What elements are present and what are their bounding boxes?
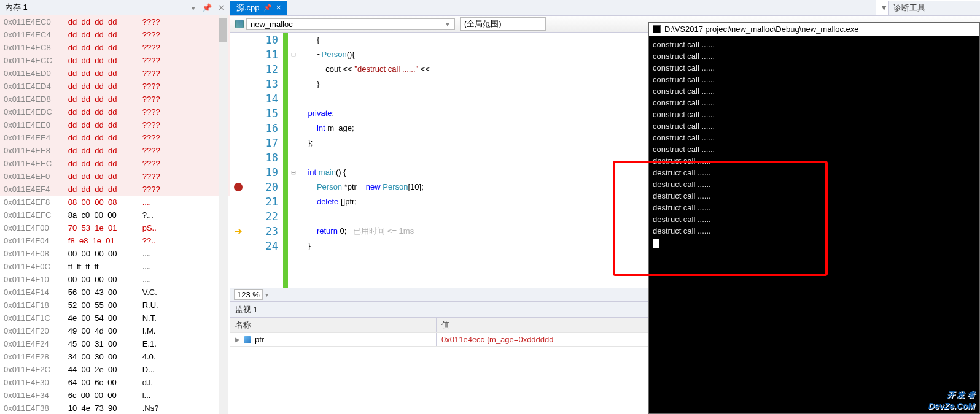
line-number: 14 [246,91,283,106]
console-line: construct call ...... [653,74,976,85]
console-line: construct call ...... [653,50,976,62]
memory-row[interactable]: 0x011E4F04 f8 e8 1e 01 ??.. [0,234,230,247]
tab-area [287,0,877,15]
tabs-dropdown-icon[interactable]: ▼ [880,3,888,12]
line-number: 17 [246,136,283,150]
pin-icon[interactable]: 📌 [263,4,272,12]
memory-body[interactable]: 0x011E4EC0 dd dd dd dd ????0x011E4EC4 dd… [0,15,230,414]
memory-row[interactable]: 0x011E4F24 45 00 31 00 E.1. [0,337,230,350]
console-line: construct call ...... [653,85,976,97]
memory-row[interactable]: 0x011E4EFC 8a c0 00 00 ?... [0,209,230,221]
memory-row[interactable]: 0x011E4F28 34 00 30 00 4.0. [0,350,230,363]
memory-row[interactable]: 0x011E4EC8 dd dd dd dd ???? [0,41,230,54]
zoom-combo[interactable]: 123 % [234,289,263,300]
pin-icon[interactable]: 📌 [202,3,212,12]
scope-class-combo[interactable]: new_malloc ▼ [246,18,455,30]
annotation-box [613,161,828,276]
scrollbar[interactable] [219,15,228,414]
memory-row[interactable]: 0x011E4EF4 dd dd dd dd ???? [0,183,230,196]
memory-row[interactable]: 0x011E4F0C ff ff ff ff .... [0,260,230,273]
watch-var-name: ptr [255,335,264,344]
expand-icon[interactable]: ▶ [235,336,240,343]
console-line: construct call ...... [653,132,976,144]
fold-toggle [288,121,299,136]
line-number: 18 [246,150,283,165]
close-icon[interactable]: ✕ [276,4,281,12]
line-number: 24 [246,239,283,253]
tab-source[interactable]: 源.cpp 📌 ✕ [230,1,287,15]
fold-toggle[interactable]: ⊟ [288,165,299,180]
console-line: construct call ...... [653,97,976,109]
console-line: construct call ...... [653,144,976,155]
close-icon[interactable]: ✕ [218,3,225,12]
line-number: 21 [246,194,283,209]
logo-bottom: DevZe.CoM [928,401,975,412]
scope-range-combo[interactable]: (全局范围) [460,17,546,31]
memory-row[interactable]: 0x011E4EE8 dd dd dd dd ???? [0,144,230,157]
tab-source-label: 源.cpp [236,2,260,13]
fold-toggle [288,62,299,77]
memory-row[interactable]: 0x011E4F20 49 00 4d 00 I.M. [0,324,230,337]
chevron-down-icon: ▼ [445,21,451,28]
fold-toggle [288,224,299,239]
memory-row[interactable]: 0x011E4F10 00 00 00 00 .... [0,273,230,286]
class-icon [235,20,244,28]
scope-class-value: new_malloc [251,20,293,29]
line-number: 20 [246,180,283,194]
line-number: 11 [246,47,283,62]
memory-row[interactable]: 0x011E4F14 56 00 43 00 V.C. [0,286,230,299]
tab-diagnostics[interactable]: 诊断工具 [888,1,980,15]
memory-row[interactable]: 0x011E4ED0 dd dd dd dd ???? [0,67,230,80]
memory-row[interactable]: 0x011E4ED8 dd dd dd dd ???? [0,93,230,105]
scroll-thumb[interactable] [219,18,227,42]
memory-row[interactable]: 0x011E4F38 10 4e 73 90 .Ns? [0,402,230,414]
memory-row[interactable]: 0x011E4EF8 08 00 00 08 .... [0,196,230,209]
fold-toggle [288,106,299,121]
breakpoint-icon[interactable] [234,183,243,191]
memory-row[interactable]: 0x011E4EDC dd dd dd dd ???? [0,105,230,118]
editor-tabstrip: 源.cpp 📌 ✕ ▼ 诊断工具 [230,0,980,16]
console-line: construct call ...... [653,39,976,50]
memory-row[interactable]: 0x011E4F00 70 53 1e 01 pS.. [0,221,230,234]
memory-row[interactable]: 0x011E4F18 52 00 55 00 R.U. [0,299,230,312]
console-line: construct call ...... [653,120,976,132]
line-number: 16 [246,121,283,136]
line-number: 23 [246,224,283,239]
memory-row[interactable]: 0x011E4F30 64 00 6c 00 d.l. [0,376,230,389]
console-title-text: D:\VS2017 project\new_malloc\Debug\new_m… [664,25,859,34]
app-icon [653,25,661,33]
fold-toggle[interactable]: ⊟ [288,47,299,62]
memory-row[interactable]: 0x011E4EE0 dd dd dd dd ???? [0,118,230,131]
memory-row[interactable]: 0x011E4ECC dd dd dd dd ???? [0,54,230,67]
line-number: 22 [246,209,283,224]
fold-toggle [288,209,299,224]
memory-row[interactable]: 0x011E4EC4 dd dd dd dd ???? [0,28,230,41]
console-titlebar[interactable]: D:\VS2017 project\new_malloc\Debug\new_m… [649,23,979,36]
zoom-value: 123 % [237,290,260,299]
memory-row[interactable]: 0x011E4ED4 dd dd dd dd ???? [0,80,230,93]
watermark-logo: 开 发 者 DevZe.CoM [928,388,975,412]
fold-toggle [288,77,299,91]
dropdown-icon[interactable]: ▼ [190,5,196,12]
memory-panel-header: 内存 1 ▼ 📌 ✕ [0,0,230,15]
memory-row[interactable]: 0x011E4EEC dd dd dd dd ???? [0,157,230,170]
memory-row[interactable]: 0x011E4F1C 4e 00 54 00 N.T. [0,312,230,324]
line-number: 19 [246,165,283,180]
watch-col-name[interactable]: 名称 [230,318,437,332]
fold-toggle [288,136,299,150]
scope-range-value: (全局范围) [464,19,502,28]
chevron-down-icon[interactable]: ▾ [265,291,268,298]
memory-row[interactable]: 0x011E4EF0 dd dd dd dd ???? [0,170,230,183]
memory-row[interactable]: 0x011E4F08 00 00 00 00 .... [0,247,230,260]
line-number: 12 [246,62,283,77]
line-number: 15 [246,106,283,121]
fold-toggle [288,91,299,106]
memory-row[interactable]: 0x011E4F2C 44 00 2e 00 D... [0,363,230,376]
fold-toggle [288,150,299,165]
memory-row[interactable]: 0x011E4F34 6c 00 00 00 l... [0,389,230,402]
line-number: 13 [246,77,283,91]
memory-row[interactable]: 0x011E4EC0 dd dd dd dd ???? [0,15,230,28]
current-line-arrow-icon: ➔ [235,226,243,237]
memory-row[interactable]: 0x011E4EE4 dd dd dd dd ???? [0,131,230,144]
fold-toggle [288,239,299,253]
